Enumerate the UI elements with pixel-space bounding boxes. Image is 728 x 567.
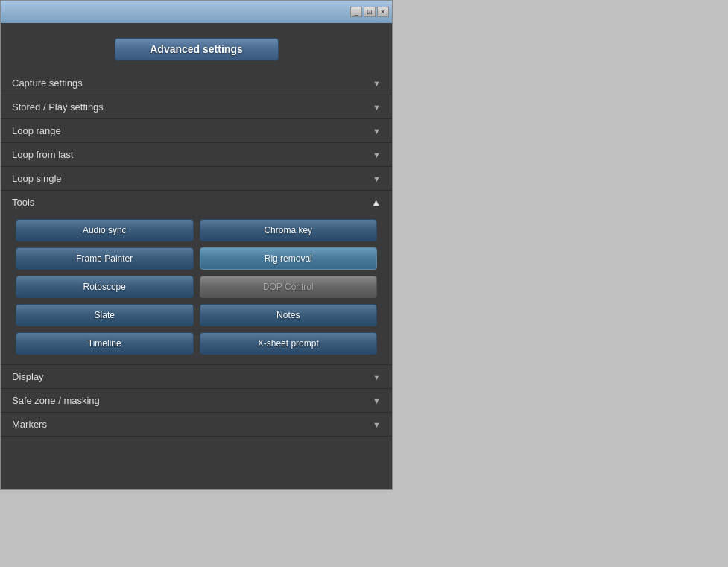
- section-safe-zone-masking[interactable]: Safe zone / masking ▼: [1, 389, 392, 413]
- loop-range-arrow: ▼: [373, 127, 381, 136]
- rotoscope-button[interactable]: Rotoscope: [16, 276, 194, 298]
- capture-settings-arrow: ▼: [373, 79, 381, 88]
- section-loop-range[interactable]: Loop range ▼: [1, 119, 392, 143]
- tools-label: Tools: [12, 197, 34, 208]
- restore-button[interactable]: ⊡: [364, 7, 376, 17]
- stored-play-settings-arrow: ▼: [373, 103, 381, 112]
- notes-button[interactable]: Notes: [200, 304, 378, 326]
- loop-range-label: Loop range: [12, 125, 61, 136]
- bottom-spacer: [1, 437, 392, 481]
- section-loop-single[interactable]: Loop single ▼: [1, 167, 392, 191]
- x-sheet-prompt-button[interactable]: X-sheet prompt: [200, 332, 378, 355]
- loop-single-arrow: ▼: [373, 174, 381, 183]
- loop-from-last-arrow: ▼: [373, 151, 381, 159]
- section-capture-settings[interactable]: Capture settings ▼: [1, 72, 392, 95]
- section-stored-play-settings[interactable]: Stored / Play settings ▼: [1, 95, 392, 119]
- title-bar: _ ⊡ ✕: [1, 1, 392, 23]
- close-button[interactable]: ✕: [377, 7, 389, 17]
- section-display[interactable]: Display ▼: [1, 365, 392, 389]
- tools-section: Tools ▲ Audio sync Chroma key Frame Pain…: [1, 191, 392, 365]
- audio-sync-button[interactable]: Audio sync: [16, 219, 194, 241]
- safe-zone-masking-label: Safe zone / masking: [12, 395, 100, 406]
- section-loop-from-last[interactable]: Loop from last ▼: [1, 143, 392, 167]
- loop-single-label: Loop single: [12, 173, 62, 184]
- tools-grid: Audio sync Chroma key Frame Painter Rig …: [12, 215, 381, 358]
- tools-header[interactable]: Tools ▲: [12, 197, 381, 208]
- timeline-button[interactable]: Timeline: [16, 332, 194, 355]
- tools-arrow: ▲: [371, 197, 381, 208]
- top-sections: Capture settings ▼ Stored / Play setting…: [1, 72, 392, 191]
- markers-label: Markers: [12, 419, 47, 430]
- panel-title-button[interactable]: Advanced settings: [115, 38, 279, 60]
- dop-control-button[interactable]: DOP Control: [200, 276, 378, 298]
- rig-removal-button[interactable]: Rig removal: [200, 247, 378, 270]
- panel-content: Advanced settings Capture settings ▼ Sto…: [1, 23, 392, 489]
- chroma-key-button[interactable]: Chroma key: [200, 219, 378, 241]
- markers-arrow: ▼: [373, 420, 381, 429]
- stored-play-settings-label: Stored / Play settings: [12, 101, 104, 113]
- minimize-button[interactable]: _: [350, 7, 362, 17]
- slate-button[interactable]: Slate: [16, 304, 194, 326]
- panel-title-container: Advanced settings: [115, 38, 279, 60]
- bottom-sections: Display ▼ Safe zone / masking ▼ Markers …: [1, 365, 392, 437]
- main-window: _ ⊡ ✕ Advanced settings Capture settings…: [0, 0, 393, 490]
- display-arrow: ▼: [373, 373, 381, 381]
- capture-settings-label: Capture settings: [12, 77, 83, 89]
- window-controls: _ ⊡ ✕: [350, 7, 389, 17]
- loop-from-last-label: Loop from last: [12, 149, 73, 160]
- frame-painter-button[interactable]: Frame Painter: [16, 247, 194, 270]
- safe-zone-masking-arrow: ▼: [373, 396, 381, 405]
- section-markers[interactable]: Markers ▼: [1, 413, 392, 437]
- display-label: Display: [12, 371, 44, 382]
